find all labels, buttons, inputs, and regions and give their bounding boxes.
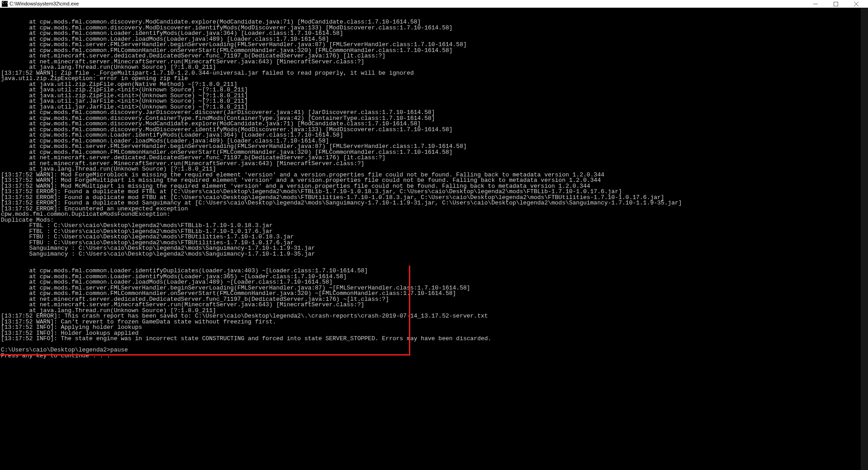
titlebar[interactable]: C:\Windows\system32\cmd.exe bbox=[0, 0, 868, 8]
cmd-icon bbox=[2, 1, 8, 7]
terminal-line bbox=[1, 342, 867, 348]
terminal-line: Press any key to continue . . . bbox=[1, 353, 867, 359]
terminal-line: cpw.mods.fml.common.DuplicateModsFoundEx… bbox=[1, 212, 867, 218]
minimize-icon bbox=[813, 2, 818, 6]
close-button[interactable] bbox=[846, 0, 866, 8]
maximize-button[interactable] bbox=[825, 0, 846, 8]
terminal-line bbox=[1, 257, 867, 263]
terminal-line: Sanguimancy : C:\Users\caio\Desktop\lege… bbox=[1, 252, 867, 257]
terminal-line: [13:17:52 INFO]: The state engine was in… bbox=[1, 336, 867, 342]
window-frame: C:\Windows\system32\cmd.exe at cpw.mods.… bbox=[0, 0, 868, 470]
svg-rect-0 bbox=[834, 2, 838, 6]
terminal-output: at cpw.mods.fml.common.discovery.ModCand… bbox=[1, 19, 867, 359]
scrollbar[interactable] bbox=[861, 8, 868, 470]
maximize-icon bbox=[834, 2, 838, 6]
terminal-line: C:\Users\caio\Desktop\legenda2>pause bbox=[1, 347, 867, 353]
minimize-button[interactable] bbox=[805, 0, 825, 8]
terminal-area[interactable]: at cpw.mods.fml.common.discovery.ModCand… bbox=[0, 8, 868, 470]
window-title: C:\Windows\system32\cmd.exe bbox=[9, 0, 79, 8]
close-icon bbox=[854, 2, 859, 6]
